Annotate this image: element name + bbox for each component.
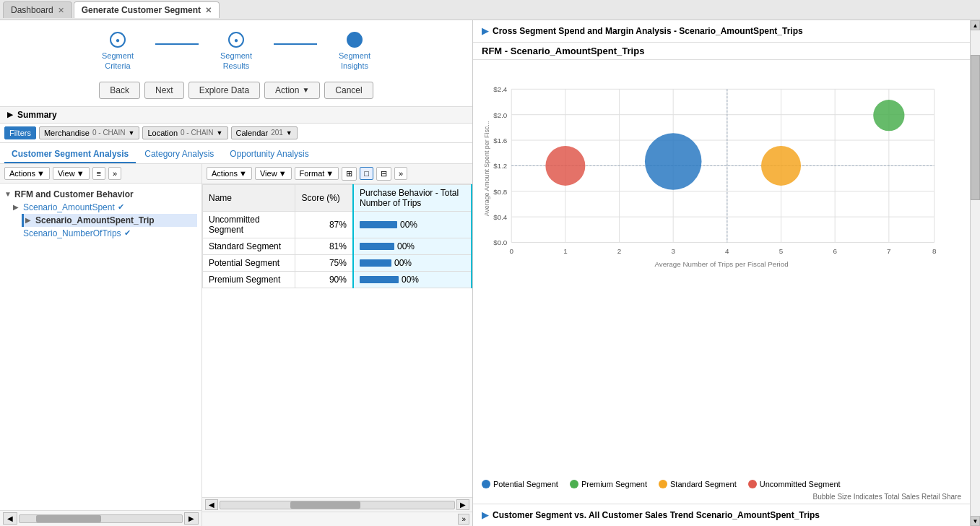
location-label: Location [147, 129, 178, 137]
svg-text:Average Number of Trips per Fi: Average Number of Trips per Fiscal Perio… [654, 260, 788, 268]
trips-pct-potential: 00% [394, 258, 412, 268]
tree-item-scenario-amount-spent[interactable]: ▶ Scenario_AmountSpent ✔ [13, 201, 197, 214]
next-button[interactable]: Next [144, 82, 184, 99]
table-view-btn[interactable]: View ▼ [255, 167, 292, 180]
chart-header: ▶ Cross Segment Spend and Margin Analysi… [473, 20, 970, 43]
tree-root[interactable]: ▼ RFM and Customer Behavior [4, 188, 197, 201]
step-segment-insights[interactable]: SegmentInsights [339, 32, 370, 72]
table-grid-btn[interactable]: ⊟ [376, 167, 391, 181]
bubble-potential[interactable] [645, 133, 702, 190]
cell-score-premium: 90% [295, 271, 353, 288]
legend-premium: Premium Segment [570, 480, 647, 488]
table-footer2: » [202, 512, 472, 526]
tree-collapse-right[interactable]: ▶ [184, 512, 199, 525]
table-format-label: Format [300, 169, 325, 178]
table-view-caret: ▼ [279, 169, 287, 178]
svg-text:1: 1 [563, 247, 567, 255]
legend-label-standard: Standard Segment [670, 480, 737, 488]
tree-view-btn[interactable]: View ▼ [53, 167, 90, 180]
svg-text:$2.4: $2.4 [493, 85, 508, 93]
table-select-col-btn[interactable]: □ [360, 167, 373, 180]
tree-actions-btn[interactable]: Actions ▼ [4, 167, 50, 180]
tab-customer-segment[interactable]: Customer Segment Analysis [4, 146, 136, 163]
tab-category[interactable]: Category Analysis [137, 146, 221, 163]
calendar-filter[interactable]: Calendar 201 ▼ [231, 126, 298, 139]
tree-collapse-left[interactable]: ◀ [3, 512, 17, 525]
tree-item-scenario-amount-trip[interactable]: ▶ Scenario_AmountSpent_Trip [22, 214, 197, 227]
step-segment-results[interactable]: ● SegmentResults [220, 32, 252, 72]
tab-generate-segment-close[interactable]: ✕ [205, 6, 212, 15]
col-header-trips[interactable]: Purchase Behavior - Total Number of Trip… [353, 184, 472, 211]
tree-scroll-thumb [36, 515, 101, 522]
bottom-expand-icon[interactable]: ▶ [482, 510, 488, 520]
tree-item-scenario-trips[interactable]: Scenario_NumberOfTrips ✔ [13, 227, 197, 240]
table-row[interactable]: Standard Segment 81% 00% [203, 238, 472, 254]
bubble-chart-svg: $2.4 $2.0 $1.6 $1.2 $0.8 $0.4 $0.0 Avera… [480, 67, 963, 298]
cancel-button[interactable]: Cancel [324, 82, 373, 99]
chart-area: $2.4 $2.0 $1.6 $1.2 $0.8 $0.4 $0.0 Avera… [473, 60, 970, 475]
filters-tag[interactable]: Filters [4, 126, 36, 139]
tree-expand-icon-btn[interactable]: » [108, 167, 121, 180]
merchandise-filter[interactable]: Merchandise 0 - CHAIN ▼ [39, 126, 139, 139]
legend-label-uncommitted: Uncommitted Segment [760, 480, 841, 488]
action-caret-icon: ▼ [302, 86, 309, 94]
svg-text:$1.6: $1.6 [493, 137, 508, 145]
table-format-caret: ▼ [326, 169, 334, 178]
tab-opportunity[interactable]: Opportunity Analysis [222, 146, 316, 163]
table-scroll-right[interactable]: ▶ [456, 499, 469, 510]
action-button[interactable]: Action ▼ [264, 82, 320, 99]
legend-label-potential: Potential Segment [493, 480, 558, 488]
back-button[interactable]: Back [99, 82, 140, 99]
scroll-track[interactable] [971, 30, 980, 516]
bubble-premium[interactable] [873, 100, 904, 131]
tree-item-label-scenario-trips: Scenario_NumberOfTrips [23, 228, 121, 238]
table-scroll-left[interactable]: ◀ [205, 499, 218, 510]
table-scroll-track[interactable] [220, 501, 455, 509]
table-row[interactable]: Potential Segment 75% 00% [203, 254, 472, 271]
table-detach-btn[interactable]: ⊞ [342, 167, 357, 181]
cell-name-premium: Premium Segment [203, 271, 295, 288]
summary-header[interactable]: ▶ Summary [0, 106, 472, 124]
chart-legend: Potential Segment Premium Segment Standa… [473, 475, 970, 493]
table-expand-cols[interactable]: » [458, 514, 469, 525]
explore-data-button[interactable]: Explore Data [188, 82, 260, 99]
table-view-label: View [260, 169, 277, 178]
scroll-down-arrow[interactable]: ▼ [971, 516, 980, 526]
trips-pct-premium: 00% [402, 275, 419, 285]
bottom-section: ▶ Customer Segment vs. All Customer Sale… [473, 504, 970, 526]
tree-actions-caret: ▼ [37, 169, 45, 178]
calendar-label: Calendar [236, 129, 269, 137]
merchandise-label: Merchandise [44, 129, 90, 137]
tree-list-icon-btn[interactable]: ≡ [92, 167, 105, 180]
step-segment-criteria[interactable]: ● SegmentCriteria [102, 32, 134, 72]
col-header-name[interactable]: Name [203, 184, 295, 211]
chart-expand-icon[interactable]: ▶ [482, 26, 488, 36]
table-actions-btn[interactable]: Actions ▼ [207, 167, 252, 180]
table-toolbar: Actions ▼ View ▼ Format ▼ ⊞ □ ⊟ » [202, 164, 472, 184]
cell-name-standard: Standard Segment [203, 238, 295, 254]
right-panel: ▶ Cross Segment Spend and Margin Analysi… [473, 20, 980, 526]
tab-dashboard-close[interactable]: ✕ [58, 6, 64, 15]
col-header-score[interactable]: Score (%) [295, 184, 353, 211]
bubble-uncommitted[interactable] [545, 146, 585, 186]
tab-generate-segment[interactable]: Generate Customer Segment ✕ [74, 1, 220, 18]
tree-scroll-track[interactable] [19, 514, 183, 523]
tab-dashboard[interactable]: Dashboard ✕ [3, 1, 72, 18]
table-row[interactable]: Uncommitted Segment 87% 00% [203, 211, 472, 238]
table-row[interactable]: Premium Segment 90% 00% [203, 271, 472, 288]
buttons-row: Back Next Explore Data Action ▼ Cancel [0, 77, 472, 106]
cell-trips-standard: 00% [353, 238, 472, 254]
bubble-size-note: Bubble Size Indicates Total Sales Retail… [473, 493, 970, 504]
svg-text:$1.2: $1.2 [493, 162, 507, 170]
calendar-value: 201 [271, 129, 283, 137]
bubble-standard[interactable] [761, 146, 801, 186]
scroll-up-arrow[interactable]: ▲ [971, 20, 980, 30]
right-scrollbar[interactable]: ▲ ▼ [970, 20, 980, 526]
step-circle-insights [347, 32, 363, 48]
table-format-btn[interactable]: Format ▼ [295, 167, 339, 180]
location-filter[interactable]: Location 0 - CHAIN ▼ [142, 126, 227, 139]
table-more-btn[interactable]: » [394, 167, 407, 180]
filters-tag-label: Filters [9, 129, 31, 137]
legend-uncommitted: Uncommitted Segment [748, 480, 841, 488]
legend-dot-premium [570, 480, 578, 488]
